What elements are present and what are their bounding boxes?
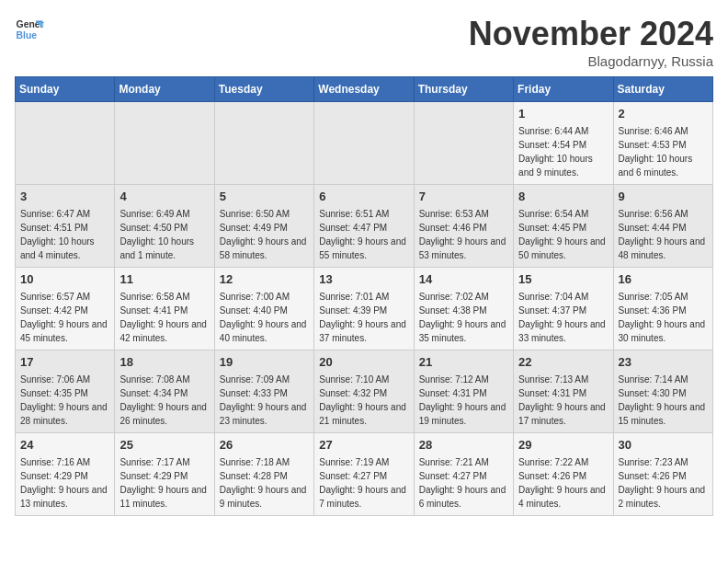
- day-number: 30: [619, 437, 708, 454]
- weekday-header-row: SundayMondayTuesdayWednesdayThursdayFrid…: [16, 77, 713, 102]
- calendar-cell: 7Sunrise: 6:53 AM Sunset: 4:46 PM Daylig…: [414, 185, 513, 268]
- calendar-cell: 29Sunrise: 7:22 AM Sunset: 4:26 PM Dayli…: [514, 433, 613, 516]
- day-number: 19: [220, 354, 309, 371]
- day-info: Sunrise: 7:05 AM Sunset: 4:36 PM Dayligh…: [619, 292, 706, 343]
- day-info: Sunrise: 7:23 AM Sunset: 4:26 PM Dayligh…: [619, 457, 706, 509]
- day-info: Sunrise: 7:06 AM Sunset: 4:35 PM Dayligh…: [20, 374, 108, 426]
- day-info: Sunrise: 7:16 AM Sunset: 4:29 PM Dayligh…: [20, 457, 108, 509]
- calendar-cell: [16, 102, 115, 185]
- day-info: Sunrise: 7:22 AM Sunset: 4:26 PM Dayligh…: [518, 457, 606, 509]
- day-info: Sunrise: 7:21 AM Sunset: 4:27 PM Dayligh…: [419, 457, 506, 509]
- day-number: 28: [419, 437, 508, 454]
- day-info: Sunrise: 7:04 AM Sunset: 4:37 PM Dayligh…: [518, 292, 606, 343]
- day-info: Sunrise: 7:09 AM Sunset: 4:33 PM Dayligh…: [220, 374, 307, 426]
- day-info: Sunrise: 7:01 AM Sunset: 4:39 PM Dayligh…: [319, 292, 406, 343]
- calendar-cell: 5Sunrise: 6:50 AM Sunset: 4:49 PM Daylig…: [214, 185, 313, 268]
- day-info: Sunrise: 6:54 AM Sunset: 4:45 PM Dayligh…: [518, 209, 606, 260]
- calendar-cell: [314, 102, 414, 185]
- day-number: 26: [220, 437, 309, 454]
- calendar-cell: 9Sunrise: 6:56 AM Sunset: 4:44 PM Daylig…: [613, 185, 712, 268]
- day-number: 23: [619, 354, 708, 371]
- day-info: Sunrise: 6:56 AM Sunset: 4:44 PM Dayligh…: [619, 209, 706, 260]
- week-row-3: 10Sunrise: 6:57 AM Sunset: 4:42 PM Dayli…: [16, 268, 713, 350]
- page-header: General Blue November 2024 Blagodarnyy, …: [15, 15, 713, 69]
- calendar-cell: 23Sunrise: 7:14 AM Sunset: 4:30 PM Dayli…: [613, 350, 712, 433]
- calendar-cell: 28Sunrise: 7:21 AM Sunset: 4:27 PM Dayli…: [414, 433, 513, 516]
- weekday-header-friday: Friday: [514, 77, 613, 102]
- month-title: November 2024: [469, 15, 713, 53]
- day-number: 11: [119, 271, 209, 288]
- day-info: Sunrise: 7:12 AM Sunset: 4:31 PM Dayligh…: [419, 374, 506, 426]
- calendar-cell: 4Sunrise: 6:49 AM Sunset: 4:50 PM Daylig…: [115, 185, 214, 268]
- day-info: Sunrise: 7:18 AM Sunset: 4:28 PM Dayligh…: [220, 457, 307, 509]
- week-row-4: 17Sunrise: 7:06 AM Sunset: 4:35 PM Dayli…: [16, 350, 713, 433]
- calendar-cell: 13Sunrise: 7:01 AM Sunset: 4:39 PM Dayli…: [314, 268, 414, 350]
- calendar-cell: 20Sunrise: 7:10 AM Sunset: 4:32 PM Dayli…: [314, 350, 414, 433]
- calendar-cell: [414, 102, 513, 185]
- day-number: 18: [119, 354, 209, 371]
- calendar-cell: 26Sunrise: 7:18 AM Sunset: 4:28 PM Dayli…: [214, 433, 313, 516]
- calendar-cell: 24Sunrise: 7:16 AM Sunset: 4:29 PM Dayli…: [16, 433, 115, 516]
- day-info: Sunrise: 7:13 AM Sunset: 4:31 PM Dayligh…: [518, 374, 606, 426]
- day-number: 4: [119, 189, 209, 205]
- title-block: November 2024 Blagodarnyy, Russia: [469, 15, 713, 69]
- calendar-cell: 15Sunrise: 7:04 AM Sunset: 4:37 PM Dayli…: [514, 268, 613, 350]
- day-info: Sunrise: 7:00 AM Sunset: 4:40 PM Dayligh…: [220, 292, 307, 343]
- day-info: Sunrise: 6:53 AM Sunset: 4:46 PM Dayligh…: [419, 209, 506, 260]
- day-info: Sunrise: 7:08 AM Sunset: 4:34 PM Dayligh…: [119, 374, 207, 426]
- calendar-cell: 11Sunrise: 6:58 AM Sunset: 4:41 PM Dayli…: [115, 268, 214, 350]
- weekday-header-thursday: Thursday: [414, 77, 513, 102]
- day-info: Sunrise: 6:58 AM Sunset: 4:41 PM Dayligh…: [119, 292, 207, 343]
- day-number: 14: [419, 271, 508, 288]
- weekday-header-saturday: Saturday: [613, 77, 712, 102]
- day-number: 5: [220, 189, 309, 205]
- day-number: 20: [319, 354, 408, 371]
- day-info: Sunrise: 6:50 AM Sunset: 4:49 PM Dayligh…: [220, 209, 307, 260]
- day-number: 25: [119, 437, 209, 454]
- svg-text:Blue: Blue: [17, 30, 38, 40]
- location: Blagodarnyy, Russia: [469, 53, 713, 69]
- day-number: 22: [518, 354, 608, 371]
- day-number: 3: [20, 189, 109, 205]
- weekday-header-sunday: Sunday: [16, 77, 115, 102]
- day-number: 2: [619, 106, 708, 122]
- day-info: Sunrise: 7:02 AM Sunset: 4:38 PM Dayligh…: [419, 292, 506, 343]
- day-number: 1: [518, 106, 608, 122]
- day-info: Sunrise: 6:47 AM Sunset: 4:51 PM Dayligh…: [20, 209, 95, 260]
- day-number: 21: [419, 354, 508, 371]
- calendar-cell: 6Sunrise: 6:51 AM Sunset: 4:47 PM Daylig…: [314, 185, 414, 268]
- calendar-cell: 8Sunrise: 6:54 AM Sunset: 4:45 PM Daylig…: [514, 185, 613, 268]
- day-number: 7: [419, 189, 508, 205]
- calendar-cell: 25Sunrise: 7:17 AM Sunset: 4:29 PM Dayli…: [115, 433, 214, 516]
- day-info: Sunrise: 6:51 AM Sunset: 4:47 PM Dayligh…: [319, 209, 406, 260]
- day-number: 27: [319, 437, 408, 454]
- day-info: Sunrise: 6:46 AM Sunset: 4:53 PM Dayligh…: [619, 126, 693, 178]
- day-info: Sunrise: 7:17 AM Sunset: 4:29 PM Dayligh…: [119, 457, 207, 509]
- day-info: Sunrise: 7:14 AM Sunset: 4:30 PM Dayligh…: [619, 374, 706, 426]
- day-number: 24: [20, 437, 109, 454]
- day-number: 16: [619, 271, 708, 288]
- day-number: 17: [20, 354, 109, 371]
- calendar-cell: [214, 102, 313, 185]
- day-info: Sunrise: 7:10 AM Sunset: 4:32 PM Dayligh…: [319, 374, 406, 426]
- week-row-5: 24Sunrise: 7:16 AM Sunset: 4:29 PM Dayli…: [16, 433, 713, 516]
- weekday-header-tuesday: Tuesday: [214, 77, 313, 102]
- calendar-cell: 19Sunrise: 7:09 AM Sunset: 4:33 PM Dayli…: [214, 350, 313, 433]
- calendar-cell: [115, 102, 214, 185]
- day-number: 9: [619, 189, 708, 205]
- day-number: 29: [518, 437, 608, 454]
- calendar-cell: 3Sunrise: 6:47 AM Sunset: 4:51 PM Daylig…: [16, 185, 115, 268]
- weekday-header-wednesday: Wednesday: [314, 77, 414, 102]
- day-info: Sunrise: 7:19 AM Sunset: 4:27 PM Dayligh…: [319, 457, 406, 509]
- day-number: 13: [319, 271, 408, 288]
- day-info: Sunrise: 6:49 AM Sunset: 4:50 PM Dayligh…: [119, 209, 194, 260]
- calendar-cell: 21Sunrise: 7:12 AM Sunset: 4:31 PM Dayli…: [414, 350, 513, 433]
- day-info: Sunrise: 6:57 AM Sunset: 4:42 PM Dayligh…: [20, 292, 108, 343]
- calendar-cell: 16Sunrise: 7:05 AM Sunset: 4:36 PM Dayli…: [613, 268, 712, 350]
- day-number: 15: [518, 271, 608, 288]
- calendar-cell: 18Sunrise: 7:08 AM Sunset: 4:34 PM Dayli…: [115, 350, 214, 433]
- calendar-cell: 14Sunrise: 7:02 AM Sunset: 4:38 PM Dayli…: [414, 268, 513, 350]
- day-number: 6: [319, 189, 408, 205]
- day-info: Sunrise: 6:44 AM Sunset: 4:54 PM Dayligh…: [518, 126, 593, 178]
- calendar-table: SundayMondayTuesdayWednesdayThursdayFrid…: [15, 76, 713, 516]
